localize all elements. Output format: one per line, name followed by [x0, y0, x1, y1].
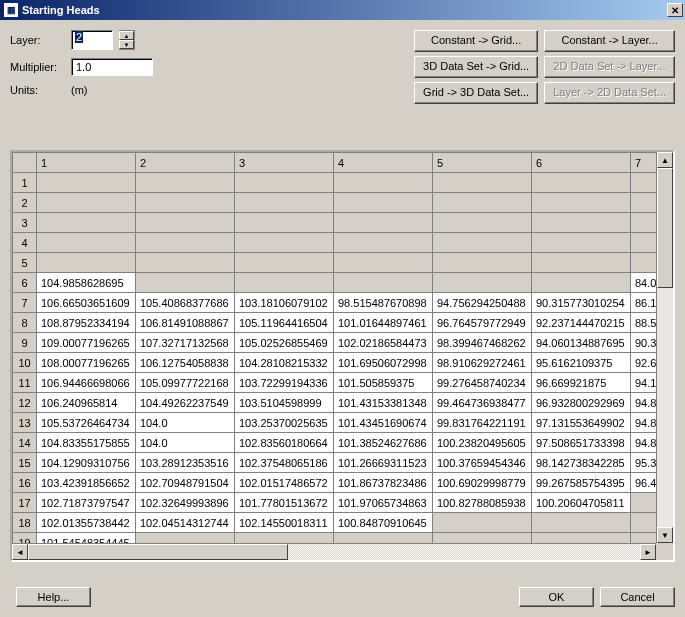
grid-cell[interactable] — [532, 193, 631, 213]
data-grid[interactable]: 1234567123456104.985862869584.07106.6650… — [10, 150, 675, 562]
grid-cell[interactable]: 94.060134887695 — [532, 333, 631, 353]
grid-cell[interactable]: 101.43451690674 — [334, 413, 433, 433]
grid-row-header[interactable]: 1 — [13, 173, 37, 193]
scroll-up-icon[interactable]: ▲ — [657, 152, 673, 168]
grid-cell[interactable]: 106.12754058838 — [136, 353, 235, 373]
grid-row-header[interactable]: 8 — [13, 313, 37, 333]
grid-cell[interactable] — [136, 213, 235, 233]
grid-cell[interactable]: 104.49262237549 — [136, 393, 235, 413]
grid-cell[interactable] — [433, 233, 532, 253]
grid-cell[interactable] — [136, 193, 235, 213]
grid-cell[interactable]: 105.11964416504 — [235, 313, 334, 333]
grid-cell[interactable]: 102.02186584473 — [334, 333, 433, 353]
grid-row-header[interactable]: 14 — [13, 433, 37, 453]
multiplier-input[interactable]: 1.0 — [71, 58, 153, 76]
constant-to-layer-button[interactable]: Constant -> Layer... — [544, 30, 675, 52]
grid-cell[interactable]: 109.00077196265 — [37, 333, 136, 353]
grid-cell[interactable] — [136, 173, 235, 193]
grid-cell[interactable] — [532, 273, 631, 293]
grid-cell[interactable]: 101.69506072998 — [334, 353, 433, 373]
grid-row-header[interactable]: 5 — [13, 253, 37, 273]
grid-row-header[interactable]: 15 — [13, 453, 37, 473]
grid-cell[interactable]: 106.81491088867 — [136, 313, 235, 333]
grid-row-header[interactable]: 9 — [13, 333, 37, 353]
grid-cell[interactable] — [334, 213, 433, 233]
grid-row-header[interactable]: 18 — [13, 513, 37, 533]
grid-cell[interactable]: 96.669921875 — [532, 373, 631, 393]
grid-cell[interactable] — [334, 193, 433, 213]
grid-col-header[interactable]: 2 — [136, 153, 235, 173]
grid-cell[interactable] — [136, 273, 235, 293]
scroll-thumb-v[interactable] — [657, 168, 673, 288]
grid-cell[interactable]: 100.82788085938 — [433, 493, 532, 513]
grid-cell[interactable] — [235, 193, 334, 213]
grid-cell[interactable]: 100.84870910645 — [334, 513, 433, 533]
grid-cell[interactable]: 104.0 — [136, 413, 235, 433]
grid-cell[interactable]: 105.09977722168 — [136, 373, 235, 393]
grid-cell[interactable]: 105.02526855469 — [235, 333, 334, 353]
grid-cell[interactable]: 106.94466698066 — [37, 373, 136, 393]
vertical-scrollbar[interactable]: ▲ ▼ — [656, 152, 673, 543]
grid-cell[interactable]: 104.12909310756 — [37, 453, 136, 473]
grid-cell[interactable]: 94.756294250488 — [433, 293, 532, 313]
grid-row-header[interactable]: 13 — [13, 413, 37, 433]
horizontal-scrollbar[interactable]: ◄ ► — [12, 543, 656, 560]
grid-cell[interactable] — [235, 173, 334, 193]
grid-cell[interactable]: 102.32649993896 — [136, 493, 235, 513]
ok-button[interactable]: OK — [519, 587, 594, 607]
grid-cell[interactable]: 104.0 — [136, 433, 235, 453]
scroll-left-icon[interactable]: ◄ — [12, 544, 28, 560]
grid-cell[interactable] — [235, 273, 334, 293]
grid-cell[interactable] — [334, 233, 433, 253]
grid-cell[interactable]: 105.40868377686 — [136, 293, 235, 313]
grid-cell[interactable]: 102.04514312744 — [136, 513, 235, 533]
grid-cell[interactable]: 98.399467468262 — [433, 333, 532, 353]
grid-cell[interactable]: 106.240965814 — [37, 393, 136, 413]
grid-row-header[interactable]: 11 — [13, 373, 37, 393]
grid-col-header[interactable]: 4 — [334, 153, 433, 173]
grid-cell[interactable] — [532, 173, 631, 193]
grid-cell[interactable] — [235, 233, 334, 253]
cancel-button[interactable]: Cancel — [600, 587, 675, 607]
grid-cell[interactable]: 103.42391856652 — [37, 473, 136, 493]
grid-cell[interactable]: 102.01517486572 — [235, 473, 334, 493]
grid-cell[interactable] — [433, 273, 532, 293]
grid-cell[interactable]: 104.28108215332 — [235, 353, 334, 373]
grid-cell[interactable]: 102.71873797547 — [37, 493, 136, 513]
grid-col-header[interactable]: 6 — [532, 153, 631, 173]
grid-cell[interactable]: 100.37659454346 — [433, 453, 532, 473]
grid-cell[interactable] — [136, 253, 235, 273]
grid-cell[interactable]: 107.32717132568 — [136, 333, 235, 353]
grid-cell[interactable]: 97.508651733398 — [532, 433, 631, 453]
grid-cell[interactable]: 102.37548065186 — [235, 453, 334, 473]
grid-cell[interactable] — [532, 213, 631, 233]
grid-cell[interactable]: 101.01644897461 — [334, 313, 433, 333]
grid-cell[interactable] — [433, 193, 532, 213]
grid-cell[interactable] — [235, 213, 334, 233]
grid-cell[interactable]: 101.505859375 — [334, 373, 433, 393]
grid-cell[interactable]: 102.83560180664 — [235, 433, 334, 453]
layer-spinner[interactable]: ▲ ▼ — [119, 30, 135, 50]
grid-cell[interactable]: 106.66503651609 — [37, 293, 136, 313]
grid-cell[interactable]: 101.26669311523 — [334, 453, 433, 473]
grid-cell[interactable]: 100.20604705811 — [532, 493, 631, 513]
scroll-down-icon[interactable]: ▼ — [657, 527, 673, 543]
grid-row-header[interactable]: 7 — [13, 293, 37, 313]
grid-row-header[interactable]: 12 — [13, 393, 37, 413]
constant-to-grid-button[interactable]: Constant -> Grid... — [414, 30, 538, 52]
grid-cell[interactable] — [334, 273, 433, 293]
grid-row-header[interactable]: 2 — [13, 193, 37, 213]
grid-cell[interactable]: 96.764579772949 — [433, 313, 532, 333]
grid-cell[interactable] — [433, 253, 532, 273]
grid-cell[interactable]: 98.910629272461 — [433, 353, 532, 373]
grid-cell[interactable] — [532, 253, 631, 273]
grid-cell[interactable]: 96.932800292969 — [532, 393, 631, 413]
close-button[interactable]: ✕ — [667, 3, 683, 17]
grid-cell[interactable]: 98.515487670898 — [334, 293, 433, 313]
layer-input[interactable]: 2 — [71, 30, 113, 50]
grid-cell[interactable]: 104.9858628695 — [37, 273, 136, 293]
scroll-right-icon[interactable]: ► — [640, 544, 656, 560]
grid-cell[interactable]: 97.131553649902 — [532, 413, 631, 433]
grid-cell[interactable]: 103.5104598999 — [235, 393, 334, 413]
grid-cell[interactable]: 95.6162109375 — [532, 353, 631, 373]
